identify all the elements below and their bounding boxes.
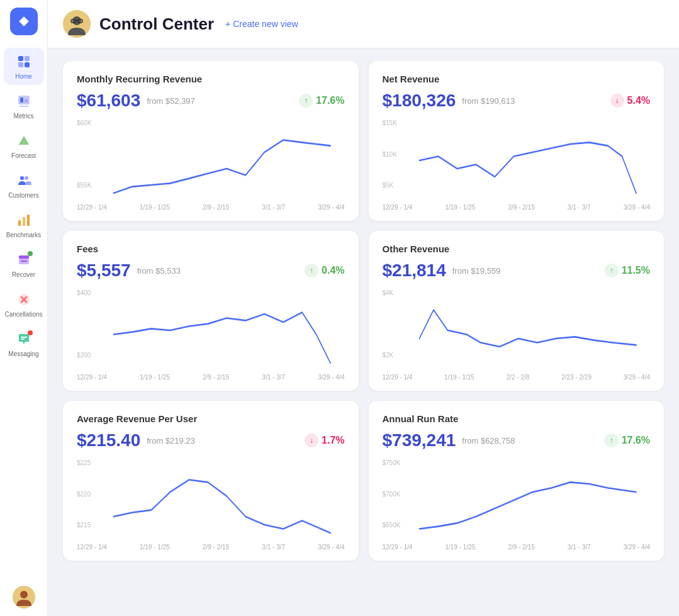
card-badge: ↑ 17.6% xyxy=(605,434,650,447)
x-axis-label: 3/1 - 3/7 xyxy=(568,544,591,551)
x-axis-labels: 12/29 - 1/41/19 - 1/252/9 - 2/153/1 - 3/… xyxy=(383,204,651,211)
line-chart-svg xyxy=(77,289,345,371)
x-axis-label: 2/9 - 2/15 xyxy=(203,544,229,551)
x-axis-label: 12/29 - 1/4 xyxy=(77,204,107,211)
card-title: Other Revenue xyxy=(383,244,651,254)
svg-rect-7 xyxy=(25,99,28,103)
trend-percentage: 5.4% xyxy=(627,95,650,106)
x-axis-label: 3/1 - 3/7 xyxy=(262,544,285,551)
x-axis-label: 3/29 - 4/4 xyxy=(624,374,650,381)
sidebar-item-label: Forecast xyxy=(11,152,36,159)
card-arr: Annual Run Rate $739,241 from $628,758 ↑… xyxy=(369,401,665,561)
x-axis-label: 12/29 - 1/4 xyxy=(383,204,413,211)
card-from-value: from $628,758 xyxy=(462,436,515,445)
sidebar-item-cancellations[interactable]: Cancellations xyxy=(4,286,44,323)
trend-percentage: 11.5% xyxy=(622,265,650,276)
card-main-value: $215.40 xyxy=(77,430,140,451)
svg-rect-13 xyxy=(18,220,21,226)
sidebar-item-metrics[interactable]: Metrics xyxy=(4,87,44,125)
card-badge: ↑ 11.5% xyxy=(605,264,650,277)
x-axis-label: 2/23 - 2/29 xyxy=(561,374,592,381)
sidebar-item-label: Recover xyxy=(12,271,35,278)
svg-rect-8 xyxy=(20,106,28,107)
card-value-row: $215.40 from $219.23 ↓ 1.7% xyxy=(77,430,345,451)
card-main-value: $5,557 xyxy=(77,260,131,281)
chart-container: $750K$700K$650K xyxy=(383,459,651,541)
sidebar-item-benchmarks[interactable]: Benchmarks xyxy=(4,206,44,244)
trend-percentage: 1.7% xyxy=(322,435,344,446)
card-other_revenue: Other Revenue $21,814 from $19,559 ↑ 11.… xyxy=(369,231,665,391)
benchmarks-icon xyxy=(15,211,33,229)
trend-arrow-icon: ↑ xyxy=(299,94,313,108)
customers-icon xyxy=(15,172,33,189)
sidebar-item-messaging[interactable]: Messaging xyxy=(4,325,44,362)
svg-rect-15 xyxy=(27,215,30,226)
x-axis-label: 2/2 - 2/8 xyxy=(507,374,530,381)
sidebar-item-recover[interactable]: Recover xyxy=(4,246,44,283)
svg-point-11 xyxy=(20,176,24,180)
x-axis-labels: 12/29 - 1/41/19 - 1/252/9 - 2/153/1 - 3/… xyxy=(77,204,345,211)
trend-arrow-icon: ↑ xyxy=(605,434,619,447)
recover-icon xyxy=(15,251,33,269)
x-axis-label: 12/29 - 1/4 xyxy=(383,374,413,381)
trend-arrow-icon: ↓ xyxy=(305,434,318,447)
x-axis-label: 1/19 - 1/25 xyxy=(140,374,170,381)
sidebar-item-label: Benchmarks xyxy=(6,232,42,238)
card-badge: ↓ 5.4% xyxy=(610,94,650,108)
x-axis-label: 1/19 - 1/25 xyxy=(140,204,170,211)
x-axis-label: 2/9 - 2/15 xyxy=(508,544,534,551)
card-value-row: $180,326 from $190,613 ↓ 5.4% xyxy=(383,91,651,111)
create-new-view-button[interactable]: + Create new view xyxy=(225,19,298,29)
svg-rect-21 xyxy=(21,339,25,340)
main-content: Control Center + Create new view Monthly… xyxy=(48,0,679,616)
card-main-value: $61,603 xyxy=(77,91,140,111)
app-logo[interactable] xyxy=(10,8,38,35)
x-axis-label: 12/29 - 1/4 xyxy=(77,374,107,381)
card-badge: ↑ 0.4% xyxy=(305,264,344,277)
card-main-value: $180,326 xyxy=(383,91,456,111)
line-chart-svg xyxy=(77,459,345,541)
card-arpu: Average Revenue Per User $215.40 from $2… xyxy=(63,401,359,561)
x-axis-labels: 12/29 - 1/41/19 - 1/252/9 - 2/153/1 - 3/… xyxy=(77,374,345,381)
x-axis-label: 1/19 - 1/25 xyxy=(444,374,474,381)
svg-rect-1 xyxy=(18,56,23,61)
messaging-icon xyxy=(15,330,33,348)
trend-arrow-icon: ↑ xyxy=(605,264,619,277)
chart-container: $60K$55K xyxy=(77,120,345,201)
trend-percentage: 0.4% xyxy=(322,265,344,276)
create-new-view-label: Create new view xyxy=(233,19,298,29)
line-chart-svg xyxy=(77,120,345,201)
x-axis-label: 3/29 - 4/4 xyxy=(624,204,650,211)
x-axis-label: 12/29 - 1/4 xyxy=(77,544,107,551)
card-title: Annual Run Rate xyxy=(383,413,651,424)
sidebar-item-forecast[interactable]: Forecast xyxy=(4,127,44,164)
line-chart-svg xyxy=(383,459,651,541)
card-from-value: from $190,613 xyxy=(462,96,515,106)
svg-rect-3 xyxy=(18,62,23,67)
sidebar-item-label: Customers xyxy=(8,192,38,199)
x-axis-label: 3/1 - 3/7 xyxy=(568,204,591,211)
line-chart-svg xyxy=(383,120,651,201)
line-chart-svg xyxy=(383,289,651,371)
chart-container: $4K$2K xyxy=(383,289,651,371)
card-from-value: from $5,533 xyxy=(137,266,181,276)
sidebar-nav: Home Metrics Forecast xyxy=(0,48,47,586)
x-axis-label: 3/29 - 4/4 xyxy=(318,544,344,551)
home-icon xyxy=(15,53,33,70)
forecast-icon xyxy=(15,132,33,150)
svg-point-12 xyxy=(25,176,28,180)
plus-icon: + xyxy=(225,19,230,29)
card-mrr: Monthly Recurring Revenue $61,603 from $… xyxy=(63,61,359,221)
card-title: Monthly Recurring Revenue xyxy=(77,74,345,84)
x-axis-label: 2/9 - 2/15 xyxy=(508,204,534,211)
user-avatar[interactable] xyxy=(13,586,35,608)
chart-container: $15K$10K$5K xyxy=(383,120,651,201)
card-value-row: $21,814 from $19,559 ↑ 11.5% xyxy=(383,260,651,281)
card-value-row: $61,603 from $52,397 ↑ 17.6% xyxy=(77,91,345,111)
sidebar-item-customers[interactable]: Customers xyxy=(4,167,44,204)
sidebar-item-home[interactable]: Home xyxy=(4,48,44,85)
trend-percentage: 17.6% xyxy=(622,435,650,446)
svg-rect-6 xyxy=(20,98,23,103)
sidebar-item-label: Messaging xyxy=(8,350,38,357)
x-axis-label: 1/19 - 1/25 xyxy=(445,544,475,551)
